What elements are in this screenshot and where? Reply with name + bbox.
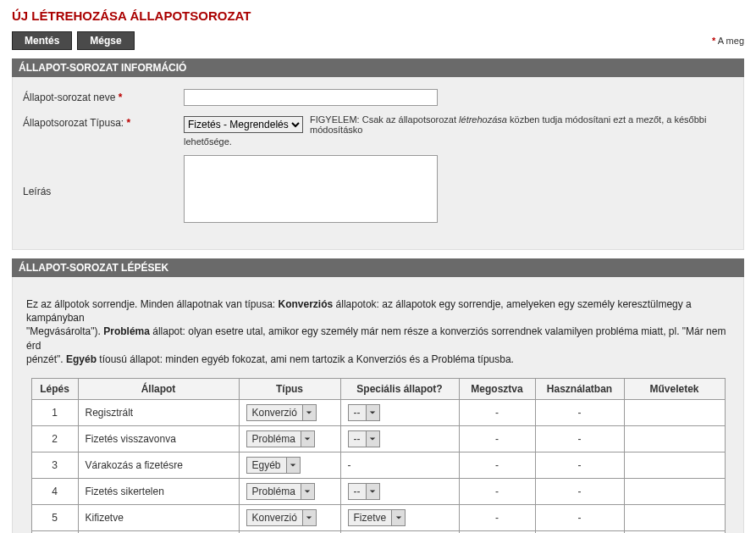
cell-state: Várakozás a fizetésre bbox=[78, 452, 239, 478]
cell-step: 5 bbox=[31, 504, 78, 530]
th-special: Speciális állapot? bbox=[340, 378, 459, 399]
special-select[interactable]: Fizetve bbox=[348, 509, 406, 526]
table-row: 3Várakozás a fizetésreEgyéb--- bbox=[31, 452, 725, 478]
th-ops: Műveletek bbox=[624, 378, 725, 399]
type-select-label: Probléma bbox=[247, 486, 301, 497]
cell-inuse: - bbox=[535, 452, 624, 478]
table-row: 4Fizetés sikertelenProbléma---- bbox=[31, 478, 725, 504]
chevron-down-icon bbox=[391, 510, 405, 525]
cell-shared: - bbox=[459, 425, 535, 452]
special-select-label: Fizetve bbox=[349, 512, 392, 524]
special-select[interactable]: -- bbox=[348, 404, 380, 421]
row-name: Állapot-sorozat neve * bbox=[23, 89, 733, 106]
chevron-down-icon bbox=[302, 405, 316, 420]
cell-special: Fizetve bbox=[340, 504, 459, 530]
special-select-label: -- bbox=[349, 486, 366, 497]
required-star: * bbox=[127, 117, 131, 129]
section-info-header: ÁLLAPOT-SOROZAT INFORMÁCIÓ bbox=[12, 58, 744, 77]
page-title: ÚJ LÉTREHOZÁSA ÁLLAPOTSOROZAT bbox=[12, 8, 744, 23]
cell-step: 2 bbox=[31, 425, 78, 452]
intro-t: "Megvásárolta"). bbox=[26, 325, 103, 337]
cell-inuse: - bbox=[535, 478, 624, 504]
required-note: * A meg bbox=[712, 36, 744, 46]
special-select-label: -- bbox=[349, 433, 366, 445]
type-select-label: Probléma bbox=[247, 433, 301, 445]
cell-shared: - bbox=[459, 399, 535, 425]
cell-step: 3 bbox=[31, 452, 78, 478]
section-info-body: Állapot-sorozat neve * Állapotsorozat Tí… bbox=[12, 77, 744, 250]
cell-ops bbox=[624, 504, 725, 530]
chevron-down-icon bbox=[366, 484, 379, 499]
type-label: Állapotsorozat Típusa: * bbox=[23, 114, 184, 129]
table-row: 5KifizetveKonverzióFizetve-- bbox=[31, 504, 725, 530]
type-select[interactable]: Fizetés - Megrendelés bbox=[184, 116, 303, 133]
th-inuse: Használatban bbox=[535, 378, 624, 399]
cell-inuse: - bbox=[535, 504, 624, 530]
th-step: Lépés bbox=[31, 378, 78, 399]
chevron-down-icon bbox=[366, 431, 379, 447]
type-select[interactable]: Konverzió bbox=[246, 404, 317, 421]
cell-state: Fizetés visszavonva bbox=[78, 425, 239, 452]
cell-type: Konverzió bbox=[239, 504, 340, 530]
table-header-row: Lépés Állapot Típus Speciális állapot? M… bbox=[31, 378, 725, 399]
desc-label: Leírás bbox=[23, 183, 184, 197]
cell-step: 1 bbox=[31, 399, 78, 425]
type-select-label: Egyéb bbox=[247, 459, 286, 471]
intro-t: tíousú állapot: minden egyéb fokozat, am… bbox=[97, 353, 514, 365]
cell-special: -- bbox=[340, 399, 459, 425]
name-label-text: Állapot-sorozat neve bbox=[23, 92, 115, 103]
name-input[interactable] bbox=[184, 89, 438, 106]
intro-b: Probléma bbox=[103, 325, 150, 337]
cell-state: Kifizetve bbox=[78, 504, 239, 530]
type-label-text: Állapotsorozat Típusa: bbox=[23, 117, 124, 129]
section-steps-header: ÁLLAPOT-SOROZAT LÉPÉSEK bbox=[12, 258, 744, 277]
th-shared: Megosztva bbox=[459, 378, 535, 399]
cell-shared: - bbox=[459, 478, 535, 504]
required-note-text: A meg bbox=[715, 36, 744, 46]
toolbar: Mentés Mégse * A meg bbox=[12, 31, 744, 50]
type-select[interactable]: Egyéb bbox=[246, 457, 301, 474]
th-type: Típus bbox=[239, 378, 340, 399]
required-star: * bbox=[119, 92, 123, 103]
cell-type: Probléma bbox=[239, 425, 340, 452]
save-button[interactable]: Mentés bbox=[12, 31, 72, 50]
intro-t: pénzét". bbox=[26, 353, 66, 365]
cell-step: 4 bbox=[31, 478, 78, 504]
chevron-down-icon bbox=[301, 484, 314, 499]
cell-shared: - bbox=[459, 452, 535, 478]
cell-state: Regisztrált bbox=[78, 399, 239, 425]
steps-intro: Ez az állpotok sorrendje. Minden állapot… bbox=[26, 297, 730, 366]
cancel-button[interactable]: Mégse bbox=[77, 31, 134, 50]
cell-type: Probléma bbox=[239, 478, 340, 504]
cell-type: Konverzió bbox=[239, 399, 340, 425]
table-row: 1RegisztráltKonverzió---- bbox=[31, 399, 725, 425]
th-state: Állapot bbox=[78, 378, 239, 399]
type-select[interactable]: Probléma bbox=[246, 483, 315, 500]
type-select-label: Konverzió bbox=[247, 512, 302, 524]
name-label: Állapot-sorozat neve * bbox=[23, 89, 184, 103]
type-hint: FIGYELEM: Csak az állapotsorozat létreho… bbox=[310, 114, 733, 135]
special-select[interactable]: -- bbox=[348, 430, 380, 447]
intro-b: Konverziós bbox=[279, 298, 334, 310]
type-select[interactable]: Konverzió bbox=[246, 509, 317, 526]
type-select[interactable]: Probléma bbox=[246, 430, 315, 447]
special-select-label: -- bbox=[349, 407, 366, 419]
cell-ops bbox=[624, 399, 725, 425]
cell-ops bbox=[624, 425, 725, 452]
chevron-down-icon bbox=[366, 405, 379, 420]
cell-special: - bbox=[340, 452, 459, 478]
special-select[interactable]: -- bbox=[348, 483, 380, 500]
type-hint-prefix: FIGYELEM: Csak az állapotsorozat bbox=[310, 114, 459, 125]
desc-textarea[interactable] bbox=[184, 155, 438, 223]
cell-special: -- bbox=[340, 425, 459, 452]
cell-ops bbox=[624, 452, 725, 478]
cell-shared: - bbox=[459, 504, 535, 530]
cell-state: Fizetés sikertelen bbox=[78, 478, 239, 504]
intro-t: Ez az állpotok sorrendje. Minden állapot… bbox=[26, 298, 279, 310]
cell-ops bbox=[624, 478, 725, 504]
intro-b: Egyéb bbox=[66, 353, 97, 365]
chevron-down-icon bbox=[302, 510, 316, 525]
row-desc: Leírás bbox=[23, 155, 733, 225]
cell-inuse: - bbox=[535, 425, 624, 452]
chevron-down-icon bbox=[301, 431, 314, 447]
